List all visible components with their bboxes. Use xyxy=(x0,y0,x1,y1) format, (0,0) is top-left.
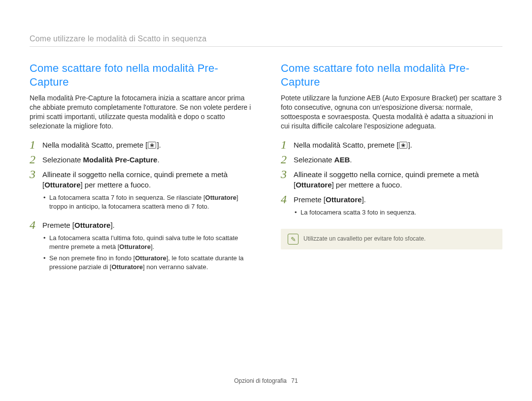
text: ] non verranno salvate. xyxy=(143,263,208,271)
step-number: 1 xyxy=(30,139,42,151)
bold-text: Otturatore xyxy=(205,194,237,201)
content-columns: Come scattare foto nella modalità Pre-Ca… xyxy=(30,62,502,280)
text: . xyxy=(157,155,159,164)
step-number: 2 xyxy=(281,154,294,165)
note-icon: ✎ xyxy=(288,234,299,245)
drive-mode-icon: ❀ xyxy=(399,142,407,149)
sub-bullets: La fotocamera scatta l'ultima foto, quin… xyxy=(42,234,251,272)
text: Se non premete fino in fondo [ xyxy=(49,254,135,262)
steps-left: 1 Nella modalità Scatto, premete [❀]. 2 … xyxy=(30,140,251,277)
step-number: 3 xyxy=(281,168,294,180)
bold-text: Otturatore xyxy=(326,195,362,204)
step-number: 2 xyxy=(30,154,42,165)
bold-text: Modalità Pre-Capture xyxy=(83,155,158,164)
bold-text: Otturatore xyxy=(296,181,332,189)
bold-text: Otturatore xyxy=(135,254,166,262)
footer-section: Opzioni di fotografia xyxy=(234,377,287,384)
sub-bullets: La fotocamera scatta 3 foto in sequenza. xyxy=(294,208,502,217)
breadcrumb: Come utilizzare le modalità di Scatto in… xyxy=(30,34,502,47)
text: Selezionate xyxy=(294,155,334,164)
bold-text: Otturatore xyxy=(111,263,143,271)
section-title-left: Come scattare foto nella modalità Pre-Ca… xyxy=(30,62,251,89)
step-number: 4 xyxy=(281,193,294,205)
bold-text: Otturatore xyxy=(74,221,110,229)
step-2-left: 2 Selezionate Modalità Pre-Capture. xyxy=(30,154,251,165)
step-text: Selezionate AEB. xyxy=(294,154,502,165)
step-text: Allineate il soggetto nella cornice, qui… xyxy=(42,169,251,216)
text: ]. xyxy=(110,221,114,229)
text: . xyxy=(350,155,352,164)
text: ]. xyxy=(362,195,366,204)
step-4-right: 4 Premete [Otturatore]. La fotocamera sc… xyxy=(281,194,502,222)
step-text: Selezionate Modalità Pre-Capture. xyxy=(42,154,251,165)
step-number: 4 xyxy=(30,219,42,231)
intro-right: Potete utilizzare la funzione AEB (Auto … xyxy=(281,93,502,131)
note-box: ✎ Utilizzate un cavalletto per evitare f… xyxy=(281,229,502,249)
right-column: Come scattare foto nella modalità Pre-Ca… xyxy=(281,62,502,280)
step-text: Nella modalità Scatto, premete [❀]. xyxy=(42,140,251,151)
section-title-right: Come scattare foto nella modalità Pre-Ca… xyxy=(281,62,502,89)
step-1-right: 1 Nella modalità Scatto, premete [❀]. xyxy=(281,140,502,151)
text: La fotocamera scatta 7 foto in sequenza.… xyxy=(49,194,205,201)
text: Selezionate xyxy=(42,155,83,164)
step-number: 1 xyxy=(281,139,294,151)
note-text: Utilizzate un cavalletto per evitare fot… xyxy=(303,235,426,243)
text: Nella modalità Scatto, premete [ xyxy=(294,141,399,149)
intro-left: Nella modalità Pre-Capture la fotocamera… xyxy=(30,93,251,131)
bold-text: AEB xyxy=(334,155,350,164)
page-number: 71 xyxy=(291,377,298,384)
text: ]. xyxy=(151,243,154,250)
step-text: Premete [Otturatore]. La fotocamera scat… xyxy=(42,220,251,277)
bold-text: Otturatore xyxy=(119,243,151,250)
step-number: 3 xyxy=(30,168,42,180)
bullet: La fotocamera scatta 7 foto in sequenza.… xyxy=(42,193,251,211)
bold-text: Otturatore xyxy=(44,181,80,189)
step-text: Allineate il soggetto nella cornice, qui… xyxy=(294,169,502,191)
bullet: La fotocamera scatta 3 foto in sequenza. xyxy=(294,208,502,217)
text: Nella modalità Scatto, premete [ xyxy=(42,141,147,149)
left-column: Come scattare foto nella modalità Pre-Ca… xyxy=(30,62,251,280)
text: ]. xyxy=(157,141,161,149)
step-2-right: 2 Selezionate AEB. xyxy=(281,154,502,165)
step-4-left: 4 Premete [Otturatore]. La fotocamera sc… xyxy=(30,220,251,277)
step-1-left: 1 Nella modalità Scatto, premete [❀]. xyxy=(30,140,251,151)
bullet: La fotocamera scatta l'ultima foto, quin… xyxy=(42,234,251,251)
text: Premete [ xyxy=(294,195,326,204)
text: ] per mettere a fuoco. xyxy=(81,181,151,189)
step-3-left: 3 Allineate il soggetto nella cornice, q… xyxy=(30,169,251,216)
step-3-right: 3 Allineate il soggetto nella cornice, q… xyxy=(281,169,502,191)
text: Premete [ xyxy=(42,221,74,229)
bullet: Se non premete fino in fondo [Otturatore… xyxy=(42,254,251,272)
manual-page: Come utilizzare le modalità di Scatto in… xyxy=(0,0,532,401)
sub-bullets: La fotocamera scatta 7 foto in sequenza.… xyxy=(42,193,251,211)
step-text: Premete [Otturatore]. La fotocamera scat… xyxy=(294,194,502,222)
text: ] per mettere a fuoco. xyxy=(332,181,402,189)
drive-mode-icon: ❀ xyxy=(148,142,156,149)
steps-right: 1 Nella modalità Scatto, premete [❀]. 2 … xyxy=(281,140,502,222)
text: ]. xyxy=(408,141,412,149)
step-text: Nella modalità Scatto, premete [❀]. xyxy=(294,140,502,151)
page-footer: Opzioni di fotografia 71 xyxy=(0,377,532,384)
